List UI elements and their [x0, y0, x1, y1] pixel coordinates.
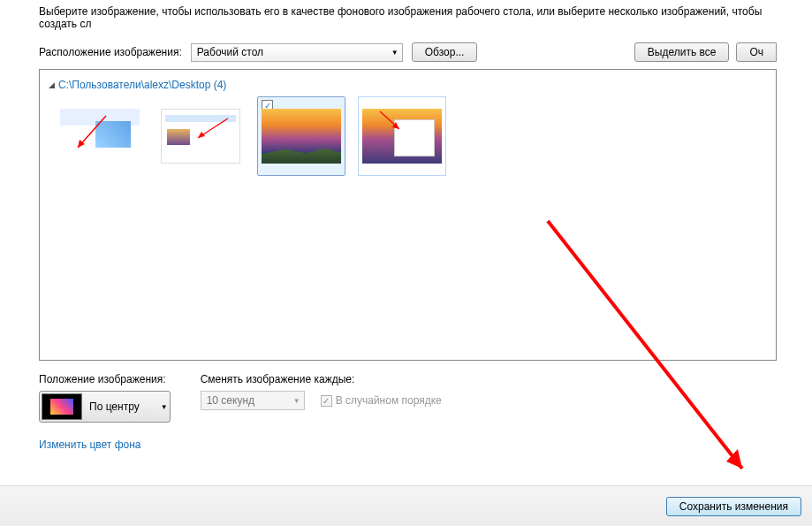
chevron-down-icon: ▼: [391, 49, 398, 57]
clear-button[interactable]: Оч: [736, 42, 777, 62]
save-button[interactable]: Сохранить изменения: [666, 497, 801, 516]
thumbnail-image: [161, 109, 240, 164]
interval-dropdown: 10 секунд ▼: [201, 391, 305, 410]
instruction-text: Выберите изображение, чтобы использовать…: [39, 5, 777, 30]
thumbnail-4[interactable]: [358, 96, 446, 176]
shuffle-option: ✓ В случайном порядке: [321, 394, 442, 407]
position-value: По центру: [89, 400, 161, 413]
position-label: Положение изображения:: [39, 373, 171, 385]
browse-button[interactable]: Обзор...: [412, 42, 478, 62]
chevron-down-icon: ▼: [293, 397, 300, 405]
footer: Сохранить изменения: [0, 485, 812, 526]
thumbnail-2[interactable]: [156, 96, 245, 176]
chevron-down-icon: ▼: [161, 403, 168, 411]
thumbnail-3[interactable]: ✓: [257, 96, 345, 176]
change-bg-color-link[interactable]: Изменить цвет фона: [39, 438, 141, 451]
position-preview-icon: [42, 393, 82, 420]
location-row: Расположение изображения: Рабочий стол ▼…: [39, 42, 777, 62]
thumbnail-image: [262, 109, 341, 164]
gallery-path[interactable]: C:\Пользователи\alexz\Desktop (4): [58, 79, 226, 91]
interval-value: 10 секунд: [207, 394, 254, 407]
location-value: Рабочий стол: [197, 46, 263, 58]
expand-triangle-icon[interactable]: ◢: [49, 80, 55, 89]
shuffle-checkbox: ✓: [321, 395, 332, 407]
position-dropdown[interactable]: По центру ▼: [39, 391, 171, 423]
shuffle-label: В случайном порядке: [336, 394, 442, 407]
interval-label: Сменять изображение каждые:: [201, 373, 442, 385]
svg-marker-1: [726, 449, 742, 469]
image-gallery: ◢ C:\Пользователи\alexz\Desktop (4) ✓: [39, 69, 777, 361]
location-dropdown[interactable]: Рабочий стол ▼: [191, 43, 403, 62]
select-all-button[interactable]: Выделить все: [634, 42, 730, 62]
thumbnail-image: [60, 109, 140, 164]
thumbnail-image: [362, 109, 442, 164]
thumbnail-1[interactable]: [56, 96, 144, 176]
location-label: Расположение изображения:: [39, 46, 182, 58]
